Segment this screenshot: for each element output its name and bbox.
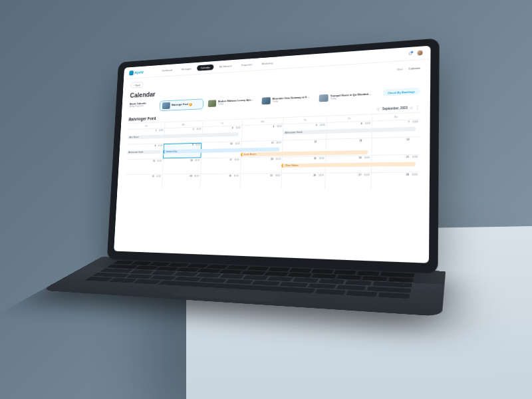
calendar-cell[interactable]: 12 (282, 140, 326, 156)
calendar-cell[interactable]: 26$100 (281, 174, 325, 190)
breadcrumb-root[interactable]: Main (397, 67, 403, 71)
breadcrumb-current: Calendar (408, 66, 420, 70)
day-number: 7 (408, 120, 410, 123)
nav-item-marketing[interactable]: Marketing (258, 60, 277, 66)
calendar-cell[interactable]: 15$100 (126, 159, 163, 174)
property-card[interactable]: Tranquil Home in Qu Wooded Neighborho To… (316, 90, 375, 104)
app-screen: MyVN DashboardMessagesCalendarMy Network… (114, 46, 430, 263)
day-number: 21 (406, 156, 409, 158)
property-card[interactable]: Modern Midtown Luxury Apartment21 Today (205, 96, 257, 109)
day-price: $100 (277, 142, 282, 144)
nav-item-dashboard[interactable]: Dashboard (158, 67, 176, 74)
notifications-button[interactable] (408, 51, 413, 56)
day-number: 15 (153, 160, 155, 162)
calendar-cell[interactable]: 24$100 (200, 174, 240, 190)
back-button[interactable]: ‹ Back (130, 82, 144, 88)
calendar-cell[interactable]: 13 (326, 138, 372, 156)
screen-bezel: MyVN DashboardMessagesCalendarMy Network… (107, 38, 440, 274)
nav-item-messages[interactable]: Messages (178, 66, 196, 72)
calendar-cell[interactable]: 20$100 (325, 156, 371, 173)
day-number: 10 (230, 142, 233, 145)
day-number: 4 (273, 125, 274, 128)
laptop-mockup: MyVN DashboardMessagesCalendarMy Network… (104, 36, 469, 344)
calendar-cell[interactable]: 21$100 (371, 155, 420, 172)
calendar-property-title: Bahringer Ford (128, 116, 156, 122)
master-calendar-link[interactable]: Master Calendar All My Properties (129, 101, 158, 112)
brand-logo[interactable]: MyVN (129, 70, 144, 76)
day-number: 24 (229, 175, 231, 178)
property-thumbnail (208, 100, 217, 107)
booking-event[interactable]: Olivia Gibson (282, 162, 416, 168)
nav-item-my-network[interactable]: My Network (215, 63, 235, 69)
master-calendar-subtitle: All My Properties (130, 104, 158, 108)
nav-item-calendar[interactable]: Calendar (198, 65, 214, 71)
calendar-cell[interactable]: 23$100 (162, 174, 200, 190)
more-menu-button[interactable]: ⋮ (416, 106, 420, 110)
day-price: $100 (156, 175, 161, 178)
property-thumbnail (162, 102, 170, 110)
calendar-cell[interactable]: 4$100 (241, 124, 283, 141)
day-number: 12 (314, 140, 317, 143)
property-thumbnail (319, 94, 329, 102)
day-price: $100 (235, 142, 240, 145)
check-bookings-button[interactable]: Check My Bookings (383, 88, 420, 96)
day-price: $100 (319, 157, 325, 160)
calendar-cell[interactable]: 14 (371, 137, 419, 155)
day-number: 22 (152, 175, 154, 178)
day-price: $100 (159, 129, 164, 132)
day-number: 25 (270, 174, 273, 177)
day-price: $100 (234, 175, 239, 178)
day-price: $100 (235, 126, 240, 129)
property-name: Tranquil Home in Qu Wooded Neighborho (331, 93, 371, 98)
day-number: 27 (358, 174, 361, 176)
day-number: 16 (190, 159, 193, 162)
logo-icon (129, 70, 134, 75)
weekday-label: Fr (327, 114, 372, 122)
user-avatar[interactable] (417, 50, 424, 57)
calendar-cell[interactable]: 18$100 (240, 157, 282, 173)
day-price: $100 (235, 158, 239, 161)
property-thumbnail (262, 97, 271, 104)
property-card[interactable]: Mountain View Getaway at Seven Hills Vil… (259, 93, 314, 107)
day-price: $100 (319, 174, 324, 177)
nav-item-properties[interactable]: Properties (237, 61, 256, 68)
day-price: $100 (157, 160, 162, 162)
next-month-button[interactable]: › (410, 106, 414, 109)
calendar-cell[interactable]: 7$100 (372, 120, 420, 138)
notification-badge (411, 51, 413, 53)
day-price: $100 (320, 124, 325, 126)
day-number: 1 (156, 130, 157, 132)
day-price: $100 (364, 156, 370, 159)
day-number: 23 (190, 175, 192, 178)
calendar-week: 22$10023$10024$10025$10026$10027$10028$1… (125, 172, 420, 190)
calendar-cell[interactable]: 28$100 (371, 172, 420, 190)
calendar-cell[interactable]: 27$100 (325, 173, 372, 190)
calendar-cell[interactable]: 6$100 (326, 121, 372, 138)
property-status: Today (272, 99, 311, 103)
back-label: Back (136, 83, 140, 86)
day-number: 5 (316, 124, 317, 126)
calendar-cell[interactable]: 16$100 (162, 158, 201, 174)
booking-event[interactable]: Aleksander Smith (283, 127, 416, 135)
brand-name: MyVN (134, 70, 144, 74)
day-price: $100 (195, 159, 200, 162)
day-number: 3 (232, 127, 233, 130)
day-number: 8 (155, 144, 156, 147)
property-card[interactable]: Bahringer Ford2 (160, 98, 204, 111)
day-price: $100 (365, 122, 370, 124)
calendar-cell[interactable]: 17$100 (200, 158, 241, 174)
calendar-cell[interactable]: 19$100 (281, 156, 325, 173)
month-label: September, 2023 (382, 106, 408, 111)
calendar-cell[interactable]: 22$100 (125, 174, 162, 189)
prev-month-button[interactable]: ‹ (376, 107, 380, 110)
day-number: 28 (406, 174, 409, 176)
weekday-label: Th (283, 116, 327, 124)
calendar-cell[interactable]: 25$100 (239, 174, 282, 190)
booking-event[interactable]: Aleksander Smith (127, 150, 161, 154)
property-status: Today (218, 102, 254, 106)
property-status: Today (330, 96, 370, 100)
day-number: 2 (193, 128, 194, 131)
calendar-grid: SuMoTuWeThFrSa 1$1002$1003$1004$1005$100… (117, 112, 430, 196)
day-number: 13 (359, 140, 362, 142)
breadcrumb: Main › Calendar (397, 66, 420, 70)
